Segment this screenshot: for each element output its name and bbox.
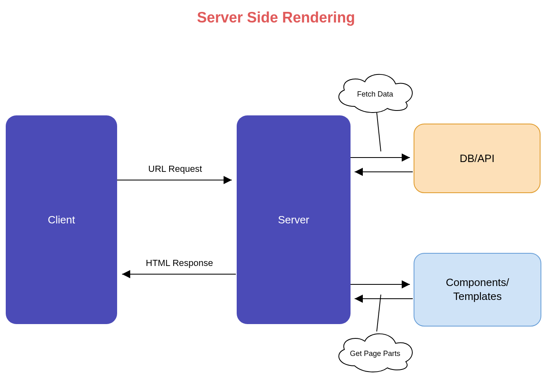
svg-line-7 xyxy=(377,295,381,331)
components-node: Components/ Templates xyxy=(414,253,541,327)
arrow-dbapi-to-server xyxy=(351,166,416,178)
svg-line-6 xyxy=(377,113,381,151)
dbapi-node: DB/API xyxy=(414,124,541,193)
client-label: Client xyxy=(48,214,75,226)
html-response-label: HTML Response xyxy=(146,258,213,268)
client-node: Client xyxy=(6,115,117,324)
server-node: Server xyxy=(237,115,351,324)
arrow-server-to-components xyxy=(351,278,416,291)
url-request-label: URL Request xyxy=(148,164,202,174)
diagram-title: Server Side Rendering xyxy=(0,9,552,26)
get-page-parts-label: Get Page Parts xyxy=(330,329,420,374)
fetch-data-cloud: Fetch Data xyxy=(330,70,420,115)
line-fetchdata-to-arrow xyxy=(373,113,389,153)
components-label: Components/ Templates xyxy=(446,276,509,304)
diagram-canvas: Server Side Rendering Client Server DB/A… xyxy=(0,0,552,392)
server-label: Server xyxy=(278,214,310,226)
dbapi-label: DB/API xyxy=(459,152,494,165)
get-page-parts-cloud: Get Page Parts xyxy=(330,329,420,374)
fetch-data-label: Fetch Data xyxy=(330,70,420,115)
line-getpageparts-to-arrow xyxy=(373,295,389,333)
arrow-url-request xyxy=(117,176,237,192)
arrow-html-response xyxy=(117,270,237,286)
